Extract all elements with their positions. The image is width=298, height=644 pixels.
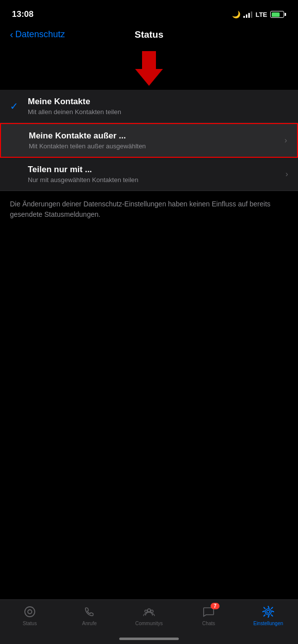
svg-point-6 <box>265 609 271 615</box>
back-label: Datenschutz <box>15 29 65 40</box>
option-title: Teilen nur mit ... <box>28 165 286 175</box>
svg-point-3 <box>145 610 148 613</box>
svg-point-5 <box>267 610 270 613</box>
checkmark-placeholder: ✓ <box>10 168 20 180</box>
svg-point-4 <box>151 610 153 613</box>
tab-anrufe[interactable]: Anrufe <box>60 605 119 626</box>
option-teilen-nur-mit[interactable]: ✓ Teilen nur mit ... Nur mit ausgewählte… <box>0 158 298 191</box>
lte-label: LTE <box>255 11 267 18</box>
status-bar: 13:08 🌙 LTE <box>0 0 298 25</box>
back-button[interactable]: ‹ Datenschutz <box>10 29 65 40</box>
option-subtitle: Nur mit ausgewählten Kontakten teilen <box>28 176 286 184</box>
svg-point-1 <box>28 610 32 614</box>
tab-chats[interactable]: 7 Chats <box>179 605 238 626</box>
tab-einstellungen[interactable]: Einstellungen <box>238 605 298 626</box>
back-chevron-icon: ‹ <box>10 29 13 40</box>
status-tab-icon <box>23 605 37 619</box>
option-subtitle: Mit allen deinen Kontakten teilen <box>28 108 288 116</box>
einstellungen-tab-icon <box>261 605 275 619</box>
option-text: Teilen nur mit ... Nur mit ausgewählten … <box>28 165 286 184</box>
tab-chats-label: Chats <box>202 621 215 626</box>
chevron-right-icon: › <box>286 170 288 179</box>
checkmark-placeholder: ✓ <box>11 134 21 146</box>
battery-icon <box>270 11 286 18</box>
svg-point-0 <box>25 607 35 617</box>
page-title: Status <box>135 29 163 40</box>
anrufe-tab-icon <box>82 605 96 619</box>
option-meine-kontakte-ausser[interactable]: ✓ Meine Kontakte außer ... Mit Kontakten… <box>0 123 298 158</box>
chevron-right-icon: › <box>285 136 287 145</box>
option-meine-kontakte[interactable]: ✓ Meine Kontakte Mit allen deinen Kontak… <box>0 90 298 123</box>
nav-bar: ‹ Datenschutz Status <box>0 25 298 46</box>
chats-badge: 7 <box>211 603 220 609</box>
chats-tab-icon: 7 <box>202 605 216 619</box>
communitys-tab-icon <box>142 605 156 619</box>
moon-icon: 🌙 <box>232 10 240 18</box>
option-title: Meine Kontakte <box>28 97 288 107</box>
checkmark-icon: ✓ <box>10 100 20 112</box>
tab-communitys[interactable]: Communitys <box>119 605 179 626</box>
tab-einstellungen-label: Einstellungen <box>253 621 283 626</box>
option-text: Meine Kontakte außer ... Mit Kontakten t… <box>29 131 285 150</box>
tab-communitys-label: Communitys <box>135 621 163 626</box>
tab-status-label: Status <box>23 621 37 626</box>
status-time: 13:08 <box>12 9 33 19</box>
annotation-arrow <box>0 46 298 90</box>
svg-point-2 <box>148 609 150 612</box>
status-icons: 🌙 LTE <box>232 10 286 18</box>
signal-bars-icon <box>243 11 252 18</box>
option-subtitle: Mit Kontakten teilen außer ausgewählten <box>29 142 285 150</box>
info-text: Die Änderungen deiner Datenschutz-Einste… <box>0 191 298 228</box>
home-indicator <box>119 638 179 640</box>
tab-status[interactable]: Status <box>0 605 60 626</box>
options-list: ✓ Meine Kontakte Mit allen deinen Kontak… <box>0 90 298 191</box>
option-title: Meine Kontakte außer ... <box>29 131 285 141</box>
tab-anrufe-label: Anrufe <box>82 621 96 626</box>
option-text: Meine Kontakte Mit allen deinen Kontakte… <box>28 97 288 116</box>
